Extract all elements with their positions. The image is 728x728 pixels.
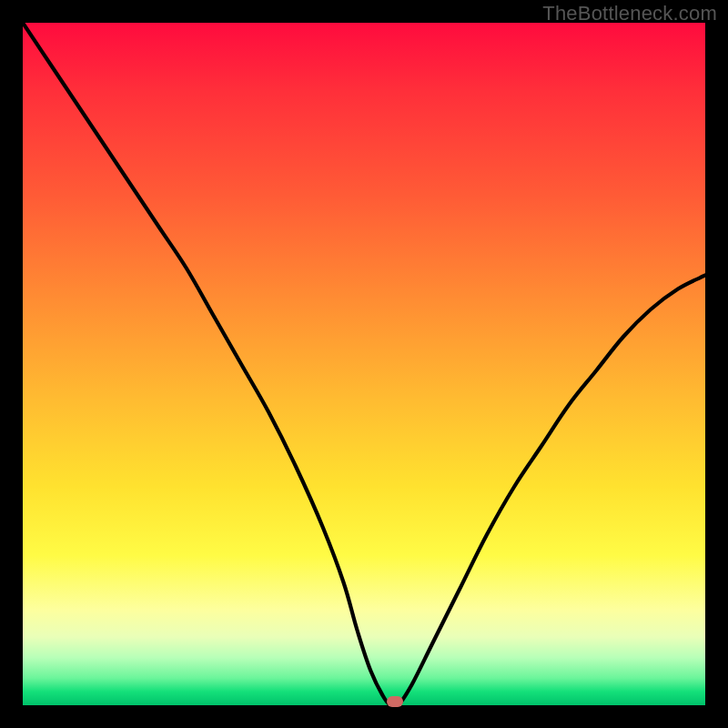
chart-frame: TheBottleneck.com [0, 0, 728, 728]
bottleneck-curve [23, 23, 705, 705]
optimal-point-marker [387, 696, 403, 707]
plot-area [23, 23, 705, 705]
